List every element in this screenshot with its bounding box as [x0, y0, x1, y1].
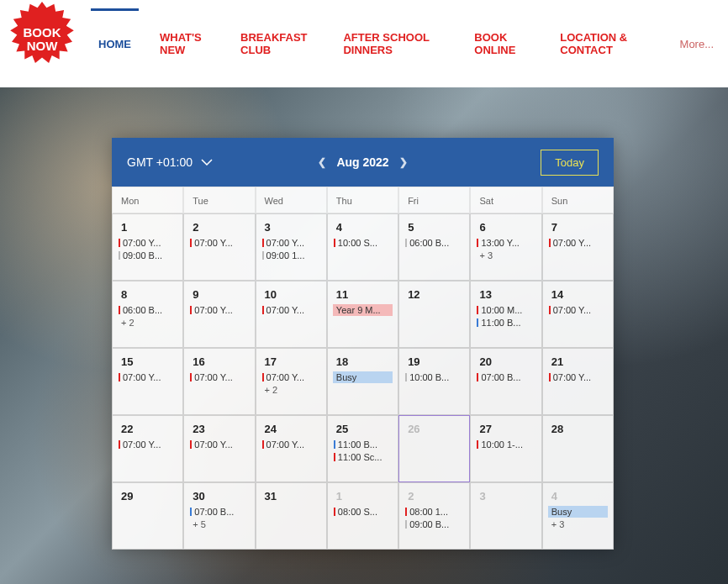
calendar-event[interactable]: 07:00 Y... — [548, 304, 608, 316]
calendar-event[interactable]: 10:00 M... — [476, 304, 535, 316]
day-number: 4 — [336, 221, 394, 234]
calendar-cell[interactable]: 107:00 Y...09:00 B... — [112, 213, 183, 281]
calendar-event[interactable]: 11:00 B... — [476, 317, 535, 329]
calendar-cell[interactable]: 506:00 B... — [398, 213, 470, 281]
calendar-event[interactable]: Busy — [548, 506, 608, 518]
book-now-badge[interactable]: BOOKNOW — [4, 2, 80, 77]
calendar-cell[interactable]: 2710:00 1-... — [470, 415, 541, 482]
nav-item-what-s-new[interactable]: WHAT'S NEW — [145, 27, 226, 61]
calendar-event[interactable]: 07:00 B... — [476, 371, 535, 383]
calendar-cell[interactable]: 1707:00 Y...+ 2 — [256, 348, 327, 415]
calendar-event[interactable]: 07:00 Y... — [118, 237, 177, 249]
calendar-cell[interactable]: 31 — [256, 482, 327, 550]
calendar-event[interactable]: 07:00 Y... — [118, 371, 177, 383]
calendar-event[interactable]: 07:00 Y... — [261, 371, 321, 383]
calendar-event[interactable]: 09:00 B... — [118, 250, 177, 261]
calendar-cell[interactable]: 2207:00 Y... — [112, 415, 183, 482]
more-events-link[interactable]: + 2 — [265, 385, 321, 395]
calendar-cell[interactable]: 613:00 Y...+ 3 — [470, 213, 541, 281]
calendar-event[interactable]: 07:00 Y... — [189, 439, 249, 450]
calendar-cell[interactable]: 207:00 Y... — [183, 213, 255, 281]
calendar-event[interactable]: 06:00 B... — [404, 237, 464, 249]
nav-item-book-online[interactable]: BOOK ONLINE — [460, 27, 546, 61]
calendar-cell[interactable]: 410:00 S... — [327, 213, 398, 281]
calendar-cell[interactable]: 907:00 Y... — [183, 281, 255, 348]
more-events-link[interactable]: + 3 — [479, 250, 535, 260]
calendar-event[interactable]: 07:00 Y... — [189, 371, 249, 383]
calendar-event[interactable]: 07:00 Y... — [189, 304, 249, 316]
calendar-event[interactable]: Busy — [333, 371, 393, 383]
nav-item-home[interactable]: HOME — [84, 27, 145, 61]
calendar-cell[interactable]: 1507:00 Y... — [112, 348, 183, 415]
calendar-cell[interactable]: 1607:00 Y... — [183, 348, 255, 415]
day-header: Wed — [256, 187, 327, 213]
calendar-event[interactable]: 07:00 Y... — [261, 304, 321, 316]
calendar-event[interactable]: 07:00 Y... — [189, 237, 249, 249]
calendar-event[interactable]: 07:00 Y... — [548, 371, 608, 383]
calendar-event[interactable]: 08:00 1... — [404, 506, 464, 518]
nav-item-more[interactable]: More... — [666, 27, 728, 61]
calendar-event[interactable]: 10:00 1-... — [476, 439, 535, 450]
calendar-event[interactable]: 13:00 Y... — [476, 237, 535, 249]
nav-item-location-contact[interactable]: LOCATION & CONTACT — [546, 27, 665, 61]
calendar-cell[interactable]: 2007:00 B... — [470, 348, 541, 415]
calendar-cell[interactable]: 1910:00 B... — [398, 348, 470, 415]
calendar-event[interactable]: 11:00 B... — [333, 439, 393, 450]
calendar-cell[interactable]: 806:00 B...+ 2 — [112, 281, 183, 348]
calendar-event[interactable]: 10:00 B... — [404, 371, 464, 383]
calendar-cell[interactable]: 12 — [398, 281, 470, 348]
next-month-button[interactable]: ❯ — [399, 156, 408, 168]
calendar-cell[interactable]: 2307:00 Y... — [183, 415, 255, 482]
more-events-link[interactable]: + 2 — [121, 318, 177, 328]
calendar-cell[interactable]: 4Busy+ 3 — [542, 482, 614, 550]
calendar-event[interactable]: 08:00 S... — [333, 506, 393, 518]
calendar-cell[interactable]: 18Busy — [327, 348, 398, 415]
timezone-label: GMT +01:00 — [127, 155, 193, 169]
day-number: 2 — [193, 221, 251, 234]
calendar-cell[interactable]: 1310:00 M...11:00 B... — [470, 281, 541, 348]
calendar-cell[interactable]: 2107:00 Y... — [542, 348, 614, 415]
calendar-event[interactable]: 07:00 Y... — [261, 237, 321, 249]
day-number: 4 — [551, 490, 609, 502]
more-events-link[interactable]: + 3 — [551, 519, 608, 529]
prev-month-button[interactable]: ❮ — [318, 156, 326, 168]
site-header: BOOKNOW HOMEWHAT'S NEWBREAKFAST CLUBAFTE… — [0, 0, 728, 87]
calendar-event[interactable]: 07:00 Y... — [548, 237, 608, 249]
day-number: 31 — [265, 490, 323, 502]
calendar-cell[interactable]: 1007:00 Y... — [256, 281, 327, 348]
calendar-cell[interactable]: 108:00 S... — [327, 482, 398, 550]
calendar-cell[interactable]: 29 — [112, 482, 183, 550]
calendar-cell[interactable]: 307:00 Y...09:00 1... — [256, 213, 327, 281]
calendar-event[interactable]: 07:00 Y... — [118, 439, 177, 450]
calendar-event[interactable]: 07:00 Y... — [261, 439, 321, 450]
calendar-cell[interactable]: 3 — [470, 482, 541, 550]
calendar-cell[interactable]: 26 — [398, 415, 470, 482]
calendar-cell[interactable]: 28 — [542, 415, 614, 482]
nav-item-breakfast-club[interactable]: BREAKFAST CLUB — [226, 27, 329, 61]
day-number: 18 — [336, 355, 394, 368]
calendar-cell[interactable]: 1407:00 Y... — [542, 281, 614, 348]
calendar-event[interactable]: 09:00 1... — [261, 250, 321, 261]
calendar-event[interactable]: 11:00 Sc... — [333, 451, 393, 463]
day-number: 3 — [265, 221, 323, 234]
calendar-cell[interactable]: 2511:00 B...11:00 Sc... — [327, 415, 398, 482]
day-header: Thu — [327, 187, 398, 213]
today-button[interactable]: Today — [541, 150, 599, 176]
calendar-cell[interactable]: 2407:00 Y... — [256, 415, 327, 482]
day-number: 5 — [408, 221, 466, 234]
nav-item-after-school-dinners[interactable]: AFTER SCHOOL DINNERS — [329, 27, 460, 61]
calendar-cell[interactable]: 707:00 Y... — [542, 213, 614, 281]
more-events-link[interactable]: + 5 — [193, 519, 249, 529]
calendar-event[interactable]: 09:00 B... — [404, 518, 464, 530]
day-number: 1 — [121, 221, 179, 234]
day-number: 2 — [408, 490, 466, 502]
timezone-selector[interactable]: GMT +01:00 — [127, 155, 213, 169]
calendar-cell[interactable]: 3007:00 B...+ 5 — [183, 482, 255, 550]
calendar-event[interactable]: 10:00 S... — [333, 237, 393, 249]
calendar-event[interactable]: Year 9 M... — [333, 304, 393, 316]
calendar-event[interactable]: 07:00 B... — [189, 506, 249, 518]
day-number: 17 — [265, 355, 323, 368]
calendar-event[interactable]: 06:00 B... — [118, 304, 177, 316]
calendar-cell[interactable]: 208:00 1...09:00 B... — [398, 482, 470, 550]
calendar-cell[interactable]: 11Year 9 M... — [327, 281, 398, 348]
